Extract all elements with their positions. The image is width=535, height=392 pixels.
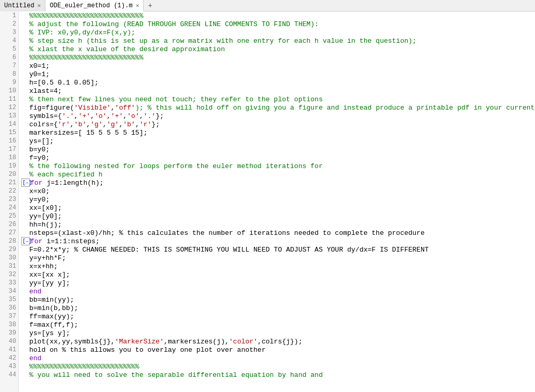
code-segment: i=1:1:nsteps; xyxy=(42,237,99,245)
line-number-12: 12 xyxy=(0,103,18,112)
code-segment: % step size h (this is set up as a row m… xyxy=(29,37,416,45)
code-line-32: xx=[xx x]; xyxy=(19,270,535,279)
code-line-23: y=y0; xyxy=(19,195,535,204)
fold-icon-42 xyxy=(21,354,29,362)
code-segment: bb=min(yy); xyxy=(29,296,74,304)
line-number-13: 13 xyxy=(0,112,18,120)
code-segment: fig=figure( xyxy=(29,104,74,112)
code-segment: % the following nested for loops perform… xyxy=(29,162,323,170)
fold-icon-40 xyxy=(21,337,29,346)
line-number-3: 3 xyxy=(0,28,18,37)
fold-icon-33 xyxy=(21,279,29,287)
code-segment: 'MarkerSize' xyxy=(115,338,164,346)
code-line-28: [-] for i=1:1:nsteps; xyxy=(19,237,535,245)
tab-untitled-close[interactable]: ✕ xyxy=(38,2,41,9)
code-segment: 'color' xyxy=(229,338,258,346)
code-segment: yy=[yy y]; xyxy=(29,279,70,287)
code-line-14: colrs={'r','b','g','g','b','r'}; xyxy=(19,120,535,128)
fold-icon-3 xyxy=(21,28,29,37)
line-number-19: 19 xyxy=(0,162,18,170)
code-segment: f=y0; xyxy=(29,154,50,162)
code-text-2: % adjust the following (READ THROUGH GRE… xyxy=(29,20,319,28)
code-segment: for xyxy=(30,237,42,245)
code-segment: y0=1; xyxy=(29,70,50,78)
line-number-42: 42 xyxy=(0,354,18,362)
code-text-32: xx=[xx x]; xyxy=(29,271,70,279)
code-segment: }; xyxy=(152,121,160,128)
line-number-31: 31 xyxy=(0,262,18,270)
code-line-2: % adjust the following (READ THROUGH GRE… xyxy=(19,20,535,28)
code-text-13: symbls={'.','+','o','+','o','.'}; xyxy=(29,112,164,120)
code-text-18: f=y0; xyxy=(29,154,50,162)
code-text-26: hh=h(j); xyxy=(29,221,62,229)
fold-icon-39 xyxy=(21,329,29,337)
code-text-21: for j=1:length(h); xyxy=(30,179,103,187)
line-number-4: 4 xyxy=(0,37,18,45)
code-segment: ); % this will hold off on giving you a … xyxy=(135,104,535,112)
fold-icon-37 xyxy=(21,312,29,320)
code-line-37: ff=max(yy); xyxy=(19,312,535,320)
code-segment: y=y+hh*F; xyxy=(29,254,66,262)
code-segment: j=1:length(h); xyxy=(42,179,103,187)
fold-icon-1 xyxy=(21,11,29,20)
line-number-41: 41 xyxy=(0,346,18,354)
code-segment: ys=[ys y]; xyxy=(29,329,70,337)
code-text-30: y=y+hh*F; xyxy=(29,254,66,262)
fold-icon-43 xyxy=(21,362,29,371)
code-segment: symbls={ xyxy=(29,112,62,120)
code-segment: y=y0; xyxy=(29,196,50,204)
line-number-27: 27 xyxy=(0,229,18,237)
fold-icon-30 xyxy=(21,254,29,262)
code-segment: '.' xyxy=(144,112,156,120)
code-segment: colrs={ xyxy=(29,121,58,128)
line-number-38: 38 xyxy=(0,320,18,329)
line-number-25: 25 xyxy=(0,212,18,220)
code-text-38: f=max(ff,f); xyxy=(29,321,78,329)
code-text-25: yy=[y0]; xyxy=(29,212,62,220)
new-tab-button[interactable]: + xyxy=(144,1,156,11)
code-text-6: %%%%%%%%%%%%%%%%%%%%%%%%%%%% xyxy=(29,54,143,62)
code-text-20: % each specified h xyxy=(29,171,102,179)
fold-icon-15 xyxy=(21,128,29,137)
fold-icon-27 xyxy=(21,229,29,237)
code-text-44: % you will need to solve the separable d… xyxy=(29,371,323,379)
fold-icon-6 xyxy=(21,53,29,62)
fold-icon-17 xyxy=(21,145,29,153)
code-text-19: % the following nested for loops perform… xyxy=(29,162,323,170)
fold-icon-44 xyxy=(21,371,29,379)
line-number-43: 43 xyxy=(0,362,18,371)
tab-ode-euler[interactable]: ODE_euler_method (1).m ✕ xyxy=(45,0,144,11)
code-text-7: x0=1; xyxy=(29,62,50,70)
code-segment: ys=[]; xyxy=(29,137,54,145)
fold-icon-5 xyxy=(21,45,29,53)
tab-ode-euler-label: ODE_euler_method (1).m xyxy=(50,2,132,9)
tab-ode-euler-close[interactable]: ✕ xyxy=(136,2,139,9)
code-segment: 'Visible' xyxy=(74,104,111,112)
code-segment: '+' xyxy=(78,112,90,120)
code-segment: xlast=4; xyxy=(29,87,62,95)
code-segment: xx=[xx x]; xyxy=(29,271,70,279)
fold-icon-20 xyxy=(21,170,29,179)
code-line-39: ys=[ys y]; xyxy=(19,329,535,337)
code-segment: , xyxy=(74,112,78,120)
code-line-40: plot(xx,yy,symbls{j},'MarkerSize',marker… xyxy=(19,337,535,346)
line-number-32: 32 xyxy=(0,270,18,279)
code-line-36: b=min(b,bb); xyxy=(19,304,535,312)
fold-icon-28[interactable]: [-] xyxy=(21,237,30,245)
code-segment: % xlast the x value of the desired appro… xyxy=(29,45,225,53)
fold-icon-12 xyxy=(21,103,29,112)
code-line-15: markersizes=[ 15 5 5 5 5 15]; xyxy=(19,128,535,137)
line-number-23: 23 xyxy=(0,195,18,204)
code-line-30: y=y+hh*F; xyxy=(19,254,535,262)
fold-icon-21[interactable]: [-] xyxy=(21,179,30,187)
code-segment: b=y0; xyxy=(29,146,50,153)
code-text-24: xx=[x0]; xyxy=(29,204,62,212)
code-text-8: y0=1; xyxy=(29,70,50,78)
line-number-16: 16 xyxy=(0,137,18,145)
fold-icon-4 xyxy=(21,37,29,45)
fold-icon-13 xyxy=(21,112,29,120)
code-text-9: h=[0.5 0.1 0.05]; xyxy=(29,79,99,87)
code-segment: nsteps=(xlast-x0)/hh; % this calculates … xyxy=(29,229,425,237)
tab-untitled[interactable]: Untitled ✕ xyxy=(0,0,45,11)
fold-icon-9 xyxy=(21,78,29,87)
